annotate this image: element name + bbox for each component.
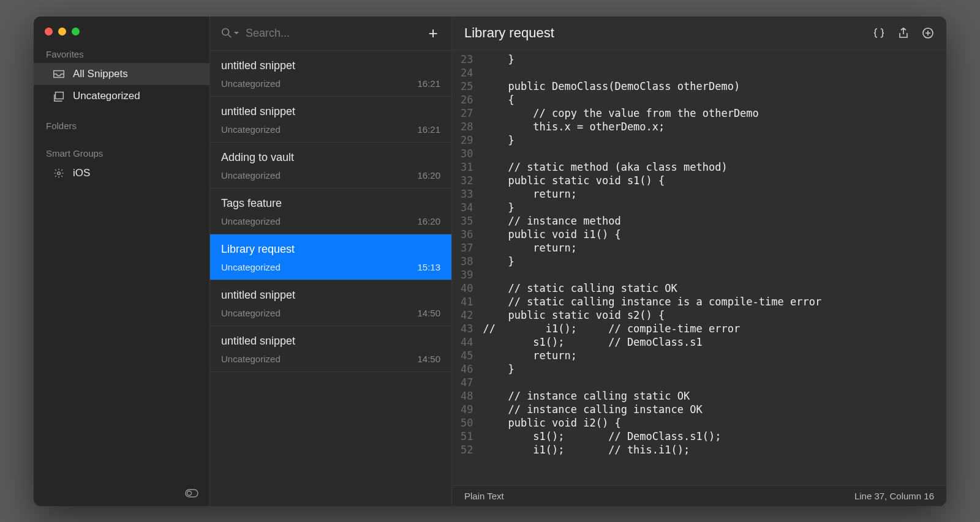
snippet-list[interactable]: untitled snippetUncategorized16:21untitl… [210,51,451,506]
snippet-list-item[interactable]: untitled snippetUncategorized14:50 [210,280,451,326]
tray-icon [52,69,66,80]
snippet-time: 16:20 [417,216,440,226]
snippet-category: Uncategorized [221,262,281,272]
code-line: // static calling static OK [483,282,938,295]
snippet-category: Uncategorized [221,124,281,135]
snippet-category: Uncategorized [221,170,281,181]
line-number: 26 [461,93,473,106]
line-number: 47 [461,376,473,389]
code-line [483,66,938,80]
code-line: } [483,255,938,268]
svg-rect-0 [56,92,64,99]
line-number: 49 [461,403,473,416]
search-input[interactable] [246,27,420,40]
close-window-button[interactable] [45,28,53,35]
line-number: 39 [461,268,473,282]
line-number: 43 [461,322,473,335]
snippet-title: untitled snippet [221,59,440,72]
line-number: 40 [461,282,473,295]
line-gutter: 2324252627282930313233343536373839404142… [452,50,479,485]
line-number: 35 [461,214,473,228]
line-number: 45 [461,349,473,362]
code-line: public void i2() { [483,416,938,430]
code-line [483,376,938,389]
line-number: 30 [461,147,473,160]
editor-title: Library request [464,25,873,41]
search-row: + [210,17,451,51]
snippet-list-item[interactable]: Tags featureUncategorized16:20 [210,188,451,234]
snippet-title: Adding to vault [221,151,440,164]
line-number: 36 [461,228,473,241]
gear-icon [52,168,66,179]
code-line: s1(); // DemoClass.s1 [483,335,938,349]
line-number: 52 [461,443,473,457]
code-line: i1(); // this.i1(); [483,443,938,457]
code-line: return; [483,187,938,201]
line-number: 42 [461,308,473,322]
maximize-window-button[interactable] [72,28,80,35]
line-number: 50 [461,416,473,430]
stack-icon [52,91,66,102]
code-line: this.x = otherDemo.x; [483,120,938,133]
snippet-category: Uncategorized [221,308,281,318]
code-line [483,147,938,160]
line-number: 31 [461,160,473,174]
code-braces-button[interactable] [873,27,885,39]
sidebar-item-all-snippets[interactable]: All Snippets [34,63,209,85]
code-line: } [483,53,938,66]
sidebar-item-ios[interactable]: iOS [34,162,209,184]
app-window: Favorites All Snippets Uncategorized Fol… [34,17,946,506]
snippet-title: untitled snippet [221,105,440,118]
snippet-list-item[interactable]: Library requestUncategorized15:13 [210,234,451,280]
line-number: 44 [461,335,473,349]
editor-header: Library request [452,17,946,50]
code-line: // static method (aka class method) [483,160,938,174]
snippet-list-item[interactable]: Adding to vaultUncategorized16:20 [210,143,451,188]
code-line: // instance method [483,214,938,228]
language-selector[interactable]: Plain Text [464,491,504,501]
line-number: 37 [461,241,473,255]
sidebar-toggle-button[interactable] [185,489,198,500]
minimize-window-button[interactable] [58,28,66,35]
snippet-time: 14:50 [417,354,440,364]
plus-icon: + [428,24,437,42]
sidebar-item-uncategorized[interactable]: Uncategorized [34,85,209,107]
code-editor[interactable]: 2324252627282930313233343536373839404142… [452,50,946,485]
snippet-title: untitled snippet [221,289,440,302]
code-line [483,268,938,282]
line-number: 23 [461,53,473,66]
line-number: 24 [461,66,473,80]
snippet-time: 16:20 [417,170,440,181]
sidebar-section-favorites: Favorites [34,44,209,63]
snippet-category: Uncategorized [221,216,281,226]
sidebar-section-smart-groups: Smart Groups [34,143,209,162]
line-number: 25 [461,80,473,93]
sidebar: Favorites All Snippets Uncategorized Fol… [34,17,210,506]
share-button[interactable] [897,27,910,39]
line-number: 27 [461,106,473,120]
editor-pane: Library request [452,17,946,506]
search-icon [221,28,239,39]
snippet-time: 16:21 [417,78,440,89]
line-number: 38 [461,255,473,268]
snippet-time: 14:50 [417,308,440,318]
add-snippet-button[interactable]: + [426,24,440,43]
add-button[interactable] [922,27,934,39]
line-number: 51 [461,430,473,443]
code-line: public void i1() { [483,228,938,241]
snippet-title: Tags feature [221,197,440,210]
snippet-list-item[interactable]: untitled snippetUncategorized16:21 [210,97,451,143]
code-line: } [483,362,938,376]
code-body[interactable]: } public DemoClass(DemoClass otherDemo) … [479,50,946,485]
code-line: } [483,133,938,147]
snippet-time: 15:13 [417,262,440,272]
snippet-list-item[interactable]: untitled snippetUncategorized14:50 [210,326,451,372]
line-number: 48 [461,389,473,403]
sidebar-item-label: All Snippets [73,68,128,80]
snippet-list-pane: + untitled snippetUncategorized16:21unti… [210,17,452,506]
code-line: // copy the value from the otherDemo [483,106,938,120]
svg-point-4 [222,29,229,35]
snippet-list-item[interactable]: untitled snippetUncategorized16:21 [210,51,451,97]
line-number: 33 [461,187,473,201]
code-line: // i1(); // compile-time error [483,322,938,335]
